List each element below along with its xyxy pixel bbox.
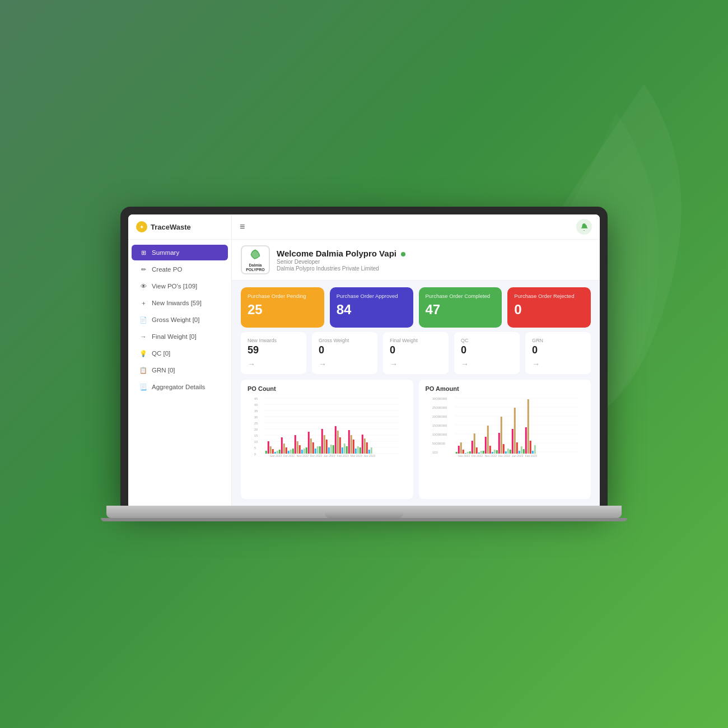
svg-rect-40 bbox=[310, 438, 312, 454]
svg-rect-28 bbox=[283, 444, 285, 454]
svg-rect-53 bbox=[339, 437, 341, 454]
svg-rect-120 bbox=[522, 449, 524, 454]
svg-rect-52 bbox=[337, 431, 339, 454]
svg-text:15000000: 15000000 bbox=[432, 424, 447, 427]
sidebar-item-view-pos[interactable]: 👁 View PO's [109] bbox=[132, 278, 228, 294]
svg-text:10: 10 bbox=[254, 440, 258, 444]
arrow-icon-qc[interactable]: → bbox=[461, 360, 469, 368]
svg-text:100: 100 bbox=[432, 451, 438, 454]
svg-rect-37 bbox=[304, 449, 305, 454]
arrow-icon-inwards[interactable]: → bbox=[248, 360, 255, 368]
svg-text:20000000: 20000000 bbox=[432, 415, 447, 418]
arrow-icon-grn[interactable]: → bbox=[532, 360, 540, 368]
info-row: New Inwards 59 → Gross Weight 0 → Final … bbox=[232, 332, 600, 380]
svg-rect-92 bbox=[460, 442, 461, 454]
po-count-area: 45 40 35 30 25 20 15 10 5 bbox=[248, 395, 407, 457]
svg-rect-101 bbox=[480, 451, 482, 454]
svg-rect-33 bbox=[295, 435, 296, 454]
svg-rect-48 bbox=[328, 447, 330, 454]
svg-rect-100 bbox=[478, 452, 479, 454]
svg-rect-43 bbox=[317, 446, 319, 454]
svg-rect-98 bbox=[473, 433, 475, 454]
svg-text:Feb 2023: Feb 2023 bbox=[337, 454, 349, 457]
laptop-wrapper: ✦ TraceWaste ⊞ Summary ✏ Create PO bbox=[120, 207, 608, 521]
clipboard-icon: 📋 bbox=[139, 366, 147, 374]
stat-card-approved: Purchase Order Approved 84 bbox=[330, 287, 413, 328]
sidebar-item-aggregator[interactable]: 📃 Aggregator Details bbox=[132, 379, 228, 395]
svg-rect-103 bbox=[484, 437, 486, 454]
svg-rect-60 bbox=[355, 449, 357, 454]
sidebar-item-label: GRN [0] bbox=[152, 367, 175, 374]
svg-text:Sep 2022: Sep 2022 bbox=[270, 454, 282, 457]
info-card-new-inwards: New Inwards 59 → bbox=[241, 332, 306, 374]
svg-rect-67 bbox=[371, 447, 372, 454]
svg-text:Dec 2022: Dec 2022 bbox=[498, 454, 510, 457]
svg-rect-123 bbox=[529, 441, 531, 454]
svg-rect-63 bbox=[362, 435, 363, 454]
svg-rect-29 bbox=[286, 447, 287, 454]
svg-rect-57 bbox=[348, 430, 350, 454]
svg-rect-104 bbox=[487, 426, 488, 454]
hamburger-icon[interactable]: ≡ bbox=[240, 222, 245, 232]
sidebar-item-label: QC [0] bbox=[152, 350, 170, 357]
info-label-grn: GRN bbox=[532, 338, 543, 343]
svg-rect-106 bbox=[491, 452, 493, 454]
edit-icon: ✏ bbox=[139, 265, 147, 273]
svg-rect-23 bbox=[272, 449, 274, 454]
svg-rect-64 bbox=[364, 438, 366, 454]
svg-text:Oct 2022: Oct 2022 bbox=[471, 454, 483, 457]
svg-rect-30 bbox=[288, 451, 290, 454]
svg-text:Sep 2022: Sep 2022 bbox=[458, 454, 470, 457]
info-value-grn: 0 bbox=[532, 344, 538, 356]
svg-text:10000000: 10000000 bbox=[432, 433, 447, 436]
arrow-icon-gross[interactable]: → bbox=[319, 360, 326, 368]
app-screen: ✦ TraceWaste ⊞ Summary ✏ Create PO bbox=[128, 214, 600, 506]
po-amount-chart: PO Amount 30000000 25000000 20000000 150… bbox=[419, 380, 591, 499]
sidebar-item-create-po[interactable]: ✏ Create PO bbox=[132, 262, 228, 277]
sidebar-item-grn[interactable]: 📋 GRN [0] bbox=[132, 362, 228, 378]
laptop-notch bbox=[325, 512, 403, 518]
sidebar-item-label: Create PO bbox=[152, 266, 182, 273]
svg-rect-47 bbox=[326, 440, 328, 454]
svg-text:20: 20 bbox=[254, 428, 258, 431]
svg-rect-122 bbox=[527, 399, 529, 454]
svg-rect-62 bbox=[360, 447, 361, 454]
svg-rect-105 bbox=[489, 446, 491, 454]
notification-icon[interactable] bbox=[576, 219, 592, 235]
svg-text:Oct 2022: Oct 2022 bbox=[283, 454, 295, 457]
logo-symbol: ✦ bbox=[139, 224, 144, 230]
sidebar-item-summary[interactable]: ⊞ Summary bbox=[132, 245, 228, 260]
svg-rect-118 bbox=[518, 451, 520, 454]
arrow-icon-final[interactable]: → bbox=[390, 360, 398, 368]
svg-text:35: 35 bbox=[254, 409, 258, 413]
sidebar-item-final-weight[interactable]: → Final Weight [0] bbox=[132, 329, 228, 344]
company-logo-text: DalmiaPOLYPRO bbox=[246, 263, 265, 273]
sidebar-item-qc[interactable]: 💡 QC [0] bbox=[132, 346, 228, 361]
svg-rect-94 bbox=[464, 453, 466, 454]
svg-rect-39 bbox=[308, 432, 310, 454]
welcome-text: Welcome Dalmia Polypro Vapi Senior Devel… bbox=[277, 249, 405, 272]
svg-rect-42 bbox=[315, 449, 316, 454]
svg-text:25: 25 bbox=[254, 422, 258, 425]
info-card-qc: QC 0 → bbox=[454, 332, 520, 374]
svg-rect-112 bbox=[505, 451, 506, 454]
stat-value-rejected: 0 bbox=[514, 302, 584, 318]
stat-value-approved: 84 bbox=[337, 302, 407, 318]
svg-rect-109 bbox=[498, 433, 500, 454]
svg-text:45: 45 bbox=[254, 397, 258, 400]
sidebar-item-new-inwards[interactable]: ＋ New Inwards [59] bbox=[132, 295, 228, 311]
svg-text:30000000: 30000000 bbox=[432, 397, 447, 400]
welcome-title: Welcome Dalmia Polypro Vapi bbox=[277, 249, 405, 258]
eye-icon: 👁 bbox=[139, 282, 147, 290]
info-card-gross-weight: Gross Weight 0 → bbox=[312, 332, 377, 374]
sidebar-nav: ⊞ Summary ✏ Create PO 👁 View PO's [109] bbox=[128, 240, 231, 506]
po-count-title: PO Count bbox=[248, 385, 407, 392]
stat-label-rejected: Purchase Order Rejected bbox=[514, 293, 584, 300]
svg-rect-96 bbox=[469, 451, 470, 454]
charts-row: PO Count 45 40 35 30 25 bbox=[232, 380, 600, 506]
svg-rect-111 bbox=[502, 444, 504, 454]
sidebar-item-label: Final Weight [0] bbox=[152, 333, 197, 340]
welcome-section: DalmiaPOLYPRO Welcome Dalmia Polypro Vap… bbox=[241, 245, 405, 274]
sidebar-item-gross-weight[interactable]: 📄 Gross Weight [0] bbox=[132, 312, 228, 328]
svg-rect-107 bbox=[493, 450, 495, 454]
